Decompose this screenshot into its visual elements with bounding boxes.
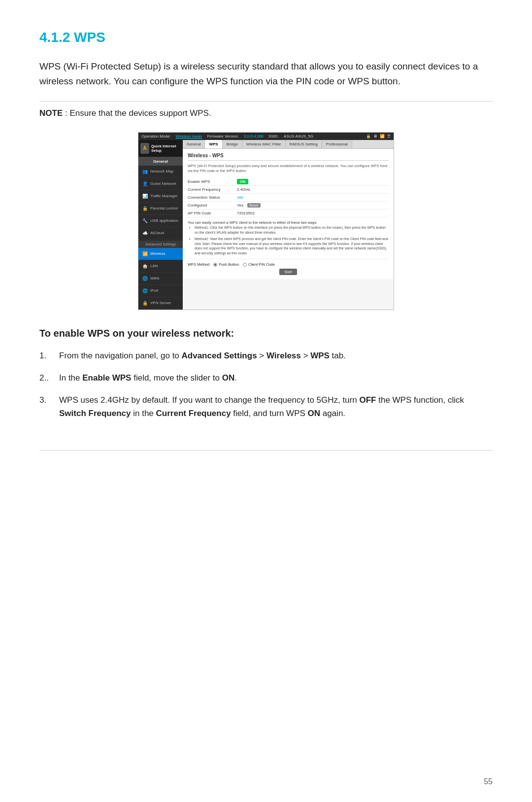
step-2-num: 2..: [39, 371, 53, 384]
vpn-server-icon: 🔒: [141, 300, 148, 307]
wps-method-label: WPS Method: [188, 262, 209, 267]
ssid-value: ASUS ASUS_5G: [284, 134, 313, 139]
section-title: 4.1.2 WPS: [39, 30, 493, 45]
sidebar-general-button[interactable]: General: [138, 157, 183, 166]
push-button-option[interactable]: Push Button: [213, 262, 239, 267]
network-map-icon: 👥: [141, 168, 148, 175]
router-main: A Quick Internet Setup General 👥 Network…: [138, 140, 394, 310]
sidebar-item-wan[interactable]: 🌐 WAN: [138, 273, 183, 285]
tab-professional[interactable]: Professional: [322, 140, 352, 148]
configured-text: Yes: [237, 203, 243, 208]
sidebar-general-label: General: [153, 159, 168, 164]
wps-bottom: Start: [188, 267, 389, 275]
page-footer: 55: [484, 777, 493, 786]
tab-wireless-mac-filter[interactable]: Wireless MAC Filter: [242, 140, 286, 148]
step-1-bold-1: Advanced Settings: [182, 351, 257, 360]
field-connection-status: Connection Status Idle: [188, 194, 389, 202]
sidebar-item-wireless[interactable]: 📶 Wireless: [138, 248, 183, 260]
operation-mode-value[interactable]: Wireless router: [176, 134, 202, 139]
note-colon: :: [65, 108, 69, 118]
step-3-text: WPS uses 2.4GHz by default. If you want …: [59, 393, 493, 420]
advanced-settings-label: Advanced Settings: [145, 242, 176, 246]
instructions-heading: To enable WPS on your wireless network:: [39, 328, 493, 339]
page-content: 4.1.2 WPS WPS (Wi-Fi Protected Setup) is…: [0, 0, 532, 490]
aicloud-label: AiCloud: [150, 231, 164, 235]
enable-wps-value[interactable]: ON: [237, 179, 389, 184]
step-1: 1. From the navigation panel, go to Adva…: [39, 349, 493, 362]
sidebar-item-network-map[interactable]: 👥 Network Map: [138, 166, 183, 178]
topbar-right: 🔒 🖥 📶 ☰: [366, 134, 391, 139]
wireless-icon: 📶: [141, 250, 148, 257]
router-panel: Wireless - WPS WPS (Wi-Fi Protected Setu…: [183, 149, 394, 279]
connection-status-label: Connection Status: [188, 195, 237, 200]
reset-button[interactable]: Reset: [247, 203, 260, 208]
tab-radius-setting[interactable]: RADIUS Setting: [286, 140, 322, 148]
topbar-icon-menu: ☰: [387, 134, 391, 139]
page-number: 55: [484, 777, 493, 786]
topbar-icon-user: 🔒: [366, 134, 371, 139]
methods-intro-text: You can easily connect a WPS client to t…: [188, 220, 317, 225]
router-content: General WPS Bridge Wireless MAC Filter R…: [183, 140, 394, 310]
client-pin-option[interactable]: Client PIN Code: [243, 262, 275, 267]
methods-intro: You can easily connect a WPS client to t…: [188, 220, 389, 256]
toggle-on-badge[interactable]: ON: [237, 179, 248, 184]
wireless-label: Wireless: [150, 251, 166, 256]
firmware-label: Firmware Version:: [207, 134, 238, 139]
method-2: Method2: Start the client WPS process an…: [195, 237, 389, 256]
step-1-bold-3: WPS: [310, 351, 330, 360]
topbar-icon-monitor: 🖥: [373, 134, 377, 139]
footer-rule: [39, 450, 493, 451]
current-freq-value: 2.4GHz: [237, 187, 389, 192]
ipv6-icon: 🌐: [141, 287, 148, 294]
step-1-num: 1.: [39, 349, 53, 362]
wan-icon: 🌐: [141, 275, 148, 282]
sidebar-item-usb-application[interactable]: 🔧 USB application: [138, 215, 183, 227]
step-3: 3. WPS uses 2.4GHz by default. If you wa…: [39, 393, 493, 420]
note-label: NOTE: [39, 108, 63, 118]
step-2-bold-2: ON: [222, 373, 235, 383]
wps-method-row: WPS Method Push Button Client PIN Code: [188, 259, 389, 267]
network-map-label: Network Map: [150, 169, 173, 174]
parental-control-label: Parental control: [150, 206, 178, 210]
tab-wps[interactable]: WPS: [205, 140, 222, 148]
wan-label: WAN: [150, 276, 159, 280]
ap-pin-label: AP PIN Code: [188, 211, 237, 215]
sidebar-advanced-section: Advanced Settings: [138, 241, 183, 248]
step-3-bold-2: Switch Frequency: [59, 409, 131, 418]
sidebar-logo: A Quick Internet Setup: [138, 140, 183, 157]
step-2: 2.. In the Enable WPS field, move the sl…: [39, 371, 493, 384]
note-section: NOTE : Ensure that the devices support W…: [39, 101, 493, 118]
field-ap-pin-code: AP PIN Code 72013502: [188, 209, 389, 217]
configured-value: Yes Reset: [237, 203, 389, 208]
push-button-radio[interactable]: [213, 263, 217, 267]
tab-general[interactable]: General: [183, 140, 205, 148]
traffic-manager-icon: 📊: [141, 193, 148, 200]
step-3-bold-4: ON: [308, 409, 321, 418]
sidebar-item-lan[interactable]: 🏠 LAN: [138, 260, 183, 273]
client-pin-label: Client PIN Code: [248, 262, 275, 267]
connection-status-value: Idle: [237, 195, 389, 200]
sidebar-item-traffic-manager[interactable]: 📊 Traffic Manager: [138, 190, 183, 203]
sidebar-item-aicloud[interactable]: ☁️ AiCloud: [138, 227, 183, 240]
start-button[interactable]: Start: [279, 269, 297, 275]
sidebar-item-vpn-server[interactable]: 🔒 VPN Server: [138, 297, 183, 310]
field-configured: Configured Yes Reset: [188, 202, 389, 209]
note-text: Ensure that the devices support WPS.: [69, 108, 211, 118]
ssid-label: SSID:: [268, 134, 279, 139]
ap-pin-value: 72013502: [237, 211, 389, 215]
sidebar-item-guest-network[interactable]: 👤 Guest Network: [138, 178, 183, 190]
step-3-num: 3.: [39, 393, 53, 407]
usb-app-icon: 🔧: [141, 217, 148, 224]
panel-title: Wireless - WPS: [188, 153, 389, 161]
methods-list: Method1: Click the WPS button on this in…: [188, 225, 389, 256]
current-freq-label: Current Frequency: [188, 187, 237, 192]
tab-bridge[interactable]: Bridge: [223, 140, 242, 148]
aicloud-icon: ☁️: [141, 230, 148, 237]
operation-mode-label: Operation Mode:: [141, 134, 171, 139]
topbar-left: Operation Mode: Wireless router Firmware…: [141, 134, 313, 139]
sidebar-item-ipv6[interactable]: 🌐 IPv6: [138, 285, 183, 297]
traffic-manager-label: Traffic Manager: [150, 194, 178, 198]
router-topbar: Operation Mode: Wireless router Firmware…: [138, 133, 394, 140]
client-pin-radio[interactable]: [243, 263, 247, 267]
sidebar-item-parental-control[interactable]: 🔒 Parental control: [138, 203, 183, 215]
